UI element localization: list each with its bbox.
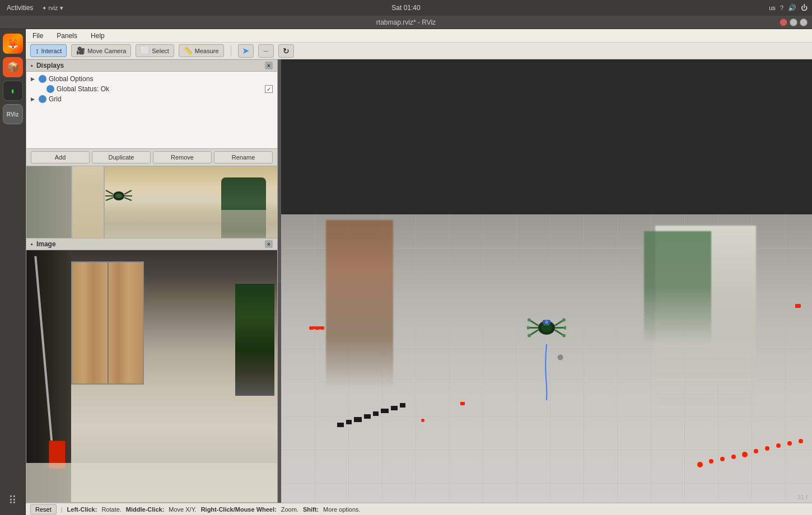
title-bar: rtabmap.rviz* - RViz xyxy=(0,16,812,29)
shift-action: More options. xyxy=(323,506,361,513)
top-camera-canvas xyxy=(26,166,277,238)
rviz-icon-small: ✦ xyxy=(42,5,46,11)
svg-point-8 xyxy=(799,439,803,443)
displays-tree: ▶ Global Options ▶ Global Status: Ok ✓ xyxy=(26,72,277,148)
minimize-button[interactable] xyxy=(790,18,797,26)
tree-item-global-status[interactable]: ▶ Global Status: Ok ✓ xyxy=(26,84,277,94)
global-status-icon xyxy=(46,85,54,93)
svg-line-3 xyxy=(106,198,113,200)
displays-close-button[interactable]: × xyxy=(265,62,273,69)
left-click-action: Rotate. xyxy=(101,506,121,513)
close-button[interactable] xyxy=(780,18,787,26)
terminal-icon: ▮ xyxy=(11,87,15,95)
curved-path-bottom-right xyxy=(588,436,812,491)
shift-label: Shift: xyxy=(303,506,319,513)
dock-rviz[interactable]: RViz xyxy=(3,104,23,124)
toolbar-minus-btn[interactable]: – xyxy=(258,44,274,58)
system-time: Sat 01:40 xyxy=(391,4,420,12)
system-bar: Activities ✦ rviz ▾ Sat 01:40 us ? 🔊 ⏻ xyxy=(0,0,812,16)
svg-rect-23 xyxy=(381,409,389,413)
volume-icon[interactable]: 🔊 xyxy=(788,4,796,12)
image-panel-header: ▪ Image × xyxy=(26,238,277,250)
dock-firefox[interactable]: 🦊 xyxy=(3,34,23,54)
menu-panels[interactable]: Panels xyxy=(54,31,80,41)
cursor-position: ⬤ xyxy=(557,353,563,360)
svg-point-11 xyxy=(765,446,769,451)
displays-actions: Add Duplicate Remove Rename xyxy=(26,148,277,166)
3d-viewport-content: ⬤ 31 f xyxy=(281,59,812,503)
dock-terminal[interactable]: ▮ xyxy=(3,81,23,101)
image-panel: ▪ Image × xyxy=(26,238,278,503)
dock: 🦊 📦 ▮ RViz ⠿ xyxy=(0,29,26,515)
robot-spider-top xyxy=(105,186,133,207)
duplicate-button[interactable]: Duplicate xyxy=(92,151,151,163)
keyboard-indicator[interactable]: us xyxy=(769,4,776,11)
menu-file[interactable]: File xyxy=(30,31,45,41)
rename-button[interactable]: Rename xyxy=(214,151,273,163)
left-panel: ▪ Displays × ▶ Global Options xyxy=(26,59,278,503)
green-robot-3d xyxy=(527,312,566,348)
add-button[interactable]: Add xyxy=(31,151,90,163)
app-area: File Panels Help ↕ Interact 🎥 Move Camer… xyxy=(26,29,812,515)
obstacle-markers-bottom xyxy=(337,400,449,447)
3d-viewport[interactable]: ⬤ 31 f xyxy=(281,59,812,503)
global-status-checkbox[interactable]: ✓ xyxy=(265,85,273,93)
grid-label: Grid xyxy=(49,95,273,103)
grid-icon xyxy=(39,95,46,103)
svg-rect-21 xyxy=(364,414,371,419)
remove-button[interactable]: Remove xyxy=(153,151,212,163)
dock-software[interactable]: 📦 xyxy=(3,57,23,77)
measure-button[interactable]: 📏 Measure xyxy=(179,44,224,57)
displays-title: Displays xyxy=(36,62,64,69)
dock-apps-grid[interactable]: ⠿ xyxy=(3,490,23,511)
image-panel-close[interactable]: × xyxy=(265,240,273,248)
svg-point-15 xyxy=(720,457,725,461)
image-header-left: ▪ Image xyxy=(31,240,56,248)
trajectory-line xyxy=(538,344,555,402)
app-indicator: ✦ rviz ▾ xyxy=(42,4,63,12)
menu-help[interactable]: Help xyxy=(88,31,107,41)
svg-point-7 xyxy=(115,194,122,198)
svg-point-14 xyxy=(731,455,736,459)
image-panel-title: Image xyxy=(36,240,56,248)
tree-arrow-grid: ▶ xyxy=(31,96,36,102)
interact-button[interactable]: ↕ Interact xyxy=(30,44,67,57)
plant-right xyxy=(235,284,274,396)
system-bar-right: us ? 🔊 ⏻ xyxy=(769,4,808,12)
toolbar-refresh-btn[interactable]: ↻ xyxy=(278,44,294,58)
lobby-canvas xyxy=(26,250,277,502)
displays-header: ▪ Displays × xyxy=(26,60,277,72)
arrow-icon: ➤ xyxy=(242,45,249,56)
svg-rect-18 xyxy=(337,423,344,427)
svg-rect-19 xyxy=(346,420,352,424)
maximize-button[interactable] xyxy=(800,18,808,26)
dropdown-arrow: ▾ xyxy=(60,4,63,11)
global-options-label: Global Options xyxy=(49,75,273,83)
svg-point-39 xyxy=(563,326,566,330)
tree-item-grid[interactable]: ▶ Grid xyxy=(26,94,277,104)
activities-button[interactable]: Activities xyxy=(4,4,35,12)
reset-button[interactable]: Reset xyxy=(30,504,57,514)
svg-line-6 xyxy=(124,198,132,200)
firefox-icon: 🦊 xyxy=(7,39,18,49)
select-button[interactable]: ⬜ Select xyxy=(136,44,174,57)
tree-item-global-options[interactable]: ▶ Global Options xyxy=(26,74,277,84)
door-reflection xyxy=(34,256,54,457)
move-camera-button[interactable]: 🎥 Move Camera xyxy=(71,44,131,57)
floor-shine xyxy=(26,463,277,502)
apps-grid-icon: ⠿ xyxy=(8,494,17,507)
lobby-camera-view xyxy=(26,250,277,502)
svg-rect-24 xyxy=(391,406,398,410)
window-title: rtabmap.rviz* - RViz xyxy=(376,18,436,26)
help-icon[interactable]: ? xyxy=(780,4,783,11)
svg-rect-22 xyxy=(373,411,379,416)
svg-point-40 xyxy=(562,334,566,338)
middle-click-action: Move X/Y. xyxy=(169,506,196,513)
power-icon[interactable]: ⏻ xyxy=(801,4,808,12)
toolbar-arrow-btn[interactable]: ➤ xyxy=(238,44,254,58)
displays-panel: ▪ Displays × ▶ Global Options xyxy=(26,59,278,238)
svg-point-16 xyxy=(709,459,713,464)
right-click-label: Right-Click/Mouse Wheel: xyxy=(201,506,277,513)
interact-icon: ↕ xyxy=(35,46,39,55)
main-layout: 🦊 📦 ▮ RViz ⠿ File Panels Help ↕ Interact xyxy=(0,29,812,515)
